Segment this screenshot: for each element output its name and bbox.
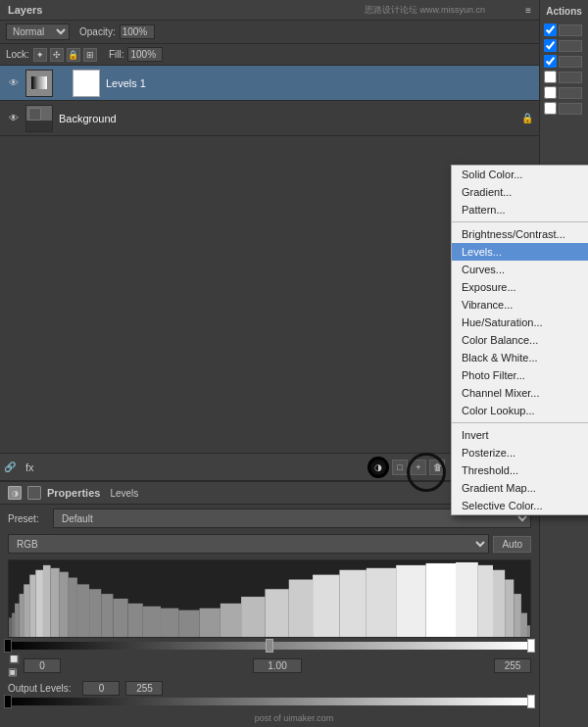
preset-label: Preset: bbox=[8, 513, 47, 524]
menu-item-exposure[interactable]: Exposure... bbox=[452, 278, 588, 296]
lock-icons: ✦ ✣ 🔒 ⊞ bbox=[33, 48, 97, 62]
fx-label[interactable]: fx bbox=[25, 461, 34, 473]
black-point-handle[interactable] bbox=[4, 639, 12, 653]
delete-layer-btn[interactable]: 🗑 bbox=[429, 460, 445, 475]
action-check-row-1 bbox=[544, 24, 584, 36]
svg-rect-19 bbox=[200, 608, 220, 637]
layer-visibility-levels[interactable]: 👁 bbox=[6, 75, 22, 91]
svg-rect-13 bbox=[101, 594, 113, 637]
svg-rect-25 bbox=[339, 570, 366, 637]
action-icon-5 bbox=[559, 87, 582, 99]
menu-item-brightness[interactable]: Brightness/Contrast... bbox=[452, 225, 588, 243]
action-check-3[interactable] bbox=[544, 55, 557, 68]
action-check-2[interactable] bbox=[544, 39, 557, 52]
properties-icon: ◑ bbox=[8, 486, 22, 500]
opacity-input[interactable] bbox=[120, 24, 155, 39]
mid-input[interactable] bbox=[253, 658, 302, 673]
action-icon-1 bbox=[559, 24, 582, 36]
menu-item-posterize[interactable]: Posterize... bbox=[452, 444, 588, 461]
output-black-handle[interactable] bbox=[4, 695, 12, 708]
mid-point-handle[interactable] bbox=[266, 639, 273, 653]
layer-row-background[interactable]: 👁 Background 🔒 bbox=[0, 101, 539, 136]
layer-name-levels: Levels 1 bbox=[106, 77, 533, 89]
lock-row: Lock: ✦ ✣ 🔒 ⊞ Fill: bbox=[0, 44, 539, 66]
svg-rect-11 bbox=[77, 584, 89, 637]
action-check-row-3 bbox=[544, 55, 584, 68]
layer-visibility-background[interactable]: 👁 bbox=[6, 111, 22, 126]
svg-rect-20 bbox=[220, 604, 241, 637]
output-slider-track[interactable] bbox=[8, 698, 531, 705]
watermark: 思路设计论坛 www.missyun.cn bbox=[365, 4, 485, 17]
action-icon-6 bbox=[559, 103, 582, 115]
half-circle-btn[interactable]: ◑ bbox=[368, 457, 389, 478]
layers-title: Layers bbox=[8, 4, 42, 16]
action-icon-2 bbox=[559, 40, 582, 52]
output-white-handle[interactable] bbox=[527, 695, 535, 708]
fill-input[interactable] bbox=[127, 47, 163, 62]
black-input[interactable] bbox=[24, 658, 61, 673]
menu-item-threshold[interactable]: Threshold... bbox=[452, 461, 588, 479]
action-check-row-2 bbox=[544, 39, 584, 52]
opacity-label: Opacity: bbox=[79, 26, 116, 37]
svg-rect-29 bbox=[456, 562, 478, 637]
channel-row: RGB Auto bbox=[0, 532, 539, 556]
layer-lock-background: 🔒 bbox=[521, 113, 533, 123]
menu-item-black-white[interactable]: Black & White... bbox=[452, 349, 588, 366]
output-black-input[interactable] bbox=[82, 681, 120, 696]
menu-item-selective-color[interactable]: Selective Color... bbox=[452, 497, 588, 514]
action-check-6[interactable] bbox=[544, 102, 557, 115]
svg-rect-15 bbox=[128, 604, 143, 637]
menu-item-photo-filter[interactable]: Photo Filter... bbox=[452, 366, 588, 384]
action-check-1[interactable] bbox=[544, 24, 557, 36]
menu-item-channel-mixer[interactable]: Channel Mixer... bbox=[452, 384, 588, 402]
menu-item-gradient[interactable]: Gradient... bbox=[452, 183, 588, 201]
action-check-4[interactable] bbox=[544, 71, 557, 83]
auto-button[interactable]: Auto bbox=[493, 536, 531, 553]
svg-rect-5 bbox=[29, 575, 35, 637]
svg-rect-16 bbox=[143, 606, 161, 637]
menu-item-invert[interactable]: Invert bbox=[452, 426, 588, 444]
svg-rect-34 bbox=[521, 613, 527, 637]
action-check-5[interactable] bbox=[544, 86, 557, 99]
menu-item-solid-color[interactable]: Solid Color... bbox=[452, 166, 588, 183]
new-group-btn[interactable]: □ bbox=[392, 460, 408, 475]
blend-mode-select[interactable]: Normal bbox=[6, 24, 70, 40]
output-label: Output Levels: bbox=[8, 683, 71, 694]
svg-rect-30 bbox=[478, 565, 493, 637]
svg-rect-35 bbox=[527, 625, 530, 637]
output-section: Output Levels: bbox=[0, 679, 539, 707]
svg-rect-4 bbox=[24, 584, 29, 637]
menu-item-color-lookup[interactable]: Color Lookup... bbox=[452, 402, 588, 419]
svg-rect-9 bbox=[60, 572, 69, 637]
eyedropper-black-btn[interactable]: 🔲 bbox=[8, 654, 20, 664]
svg-rect-28 bbox=[426, 563, 456, 637]
input-slider-track[interactable] bbox=[8, 642, 531, 650]
menu-item-hue-saturation[interactable]: Hue/Saturation... bbox=[452, 314, 588, 331]
lock-all-btn[interactable]: 🔒 bbox=[67, 48, 80, 62]
lock-pixels-btn[interactable]: ✦ bbox=[33, 48, 47, 62]
link-icon[interactable]: 🔗 bbox=[4, 461, 16, 472]
bottom-action-btns: ◑ □ + 🗑 bbox=[368, 457, 445, 478]
layer-row-levels[interactable]: 👁 Levels 1 bbox=[0, 66, 539, 101]
channel-select[interactable]: RGB bbox=[8, 534, 489, 554]
layer-name-background: Background bbox=[59, 113, 521, 124]
menu-item-color-balance[interactable]: Color Balance... bbox=[452, 331, 588, 349]
menu-separator-2 bbox=[452, 422, 588, 423]
histogram-svg bbox=[9, 560, 530, 637]
svg-rect-31 bbox=[493, 570, 505, 637]
output-white-input[interactable] bbox=[125, 681, 163, 696]
white-point-handle[interactable] bbox=[527, 639, 535, 653]
lock-move-btn[interactable]: ✣ bbox=[50, 48, 64, 62]
menu-item-pattern[interactable]: Pattern... bbox=[452, 201, 588, 218]
menu-item-vibrance[interactable]: Vibrance... bbox=[452, 296, 588, 314]
lock-art-btn[interactable]: ⊞ bbox=[83, 48, 97, 62]
svg-rect-12 bbox=[89, 589, 101, 637]
menu-item-curves[interactable]: Curves... bbox=[452, 261, 588, 278]
eyedropper-mid-btn[interactable]: ▣ bbox=[8, 666, 20, 677]
menu-item-levels[interactable]: Levels... bbox=[452, 243, 588, 261]
action-check-row-4 bbox=[544, 71, 584, 83]
new-layer-btn[interactable]: + bbox=[411, 460, 426, 475]
histogram-area bbox=[8, 559, 531, 638]
white-input[interactable] bbox=[494, 658, 531, 673]
menu-item-gradient-map[interactable]: Gradient Map... bbox=[452, 479, 588, 497]
